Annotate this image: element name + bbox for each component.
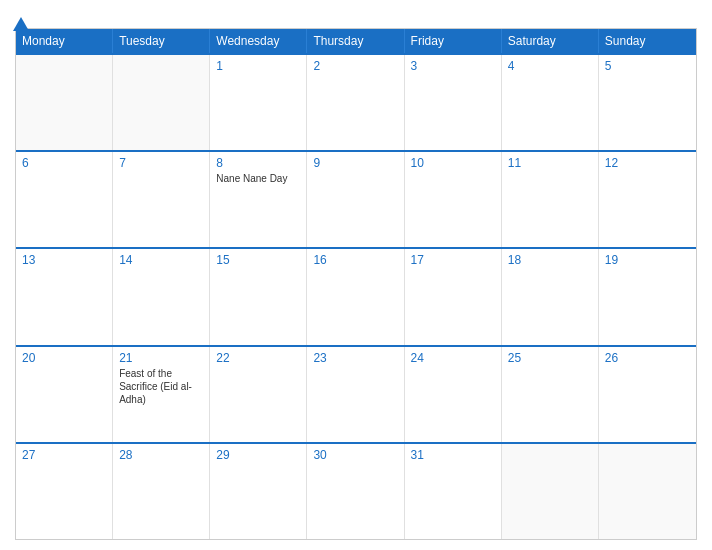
- cal-cell: 30: [307, 444, 404, 539]
- day-number: 2: [313, 59, 397, 73]
- day-number: 19: [605, 253, 690, 267]
- day-number: 22: [216, 351, 300, 365]
- cal-cell: 31: [405, 444, 502, 539]
- calendar-grid: MondayTuesdayWednesdayThursdayFridaySatu…: [15, 28, 697, 540]
- day-number: 29: [216, 448, 300, 462]
- cal-cell: 19: [599, 249, 696, 344]
- day-number: 24: [411, 351, 495, 365]
- cal-cell: 4: [502, 55, 599, 150]
- cal-cell: 20: [16, 347, 113, 442]
- cal-cell: 23: [307, 347, 404, 442]
- week-row-1: 12345: [16, 53, 696, 150]
- logo-triangle-icon: [13, 17, 29, 31]
- day-number: 11: [508, 156, 592, 170]
- day-number: 20: [22, 351, 106, 365]
- cal-cell: 1: [210, 55, 307, 150]
- day-number: 1: [216, 59, 300, 73]
- cal-cell: 11: [502, 152, 599, 247]
- cal-cell: 18: [502, 249, 599, 344]
- day-number: 28: [119, 448, 203, 462]
- cal-cell: 17: [405, 249, 502, 344]
- cal-cell: 29: [210, 444, 307, 539]
- day-event: Feast of the Sacrifice (Eid al-Adha): [119, 367, 203, 406]
- cal-cell: [113, 55, 210, 150]
- cal-cell: 7: [113, 152, 210, 247]
- cal-cell: 10: [405, 152, 502, 247]
- header-day-tuesday: Tuesday: [113, 29, 210, 53]
- cal-cell: 2: [307, 55, 404, 150]
- day-number: 23: [313, 351, 397, 365]
- day-number: 3: [411, 59, 495, 73]
- cal-cell: 5: [599, 55, 696, 150]
- day-number: 7: [119, 156, 203, 170]
- cal-cell: 3: [405, 55, 502, 150]
- header-day-friday: Friday: [405, 29, 502, 53]
- calendar-page: MondayTuesdayWednesdayThursdayFridaySatu…: [0, 0, 712, 550]
- day-number: 9: [313, 156, 397, 170]
- calendar-header: MondayTuesdayWednesdayThursdayFridaySatu…: [16, 29, 696, 53]
- cal-cell: 14: [113, 249, 210, 344]
- cal-cell: 27: [16, 444, 113, 539]
- day-number: 30: [313, 448, 397, 462]
- header: [15, 10, 697, 20]
- day-number: 10: [411, 156, 495, 170]
- day-number: 18: [508, 253, 592, 267]
- day-number: 14: [119, 253, 203, 267]
- header-day-thursday: Thursday: [307, 29, 404, 53]
- day-number: 15: [216, 253, 300, 267]
- cal-cell: [16, 55, 113, 150]
- day-number: 8: [216, 156, 300, 170]
- header-day-sunday: Sunday: [599, 29, 696, 53]
- day-number: 16: [313, 253, 397, 267]
- cal-cell: 25: [502, 347, 599, 442]
- cal-cell: 9: [307, 152, 404, 247]
- header-day-monday: Monday: [16, 29, 113, 53]
- day-number: 17: [411, 253, 495, 267]
- header-day-saturday: Saturday: [502, 29, 599, 53]
- day-number: 12: [605, 156, 690, 170]
- cal-cell: 6: [16, 152, 113, 247]
- cal-cell: 24: [405, 347, 502, 442]
- day-number: 27: [22, 448, 106, 462]
- cal-cell: 15: [210, 249, 307, 344]
- cal-cell: 12: [599, 152, 696, 247]
- cal-cell: 26: [599, 347, 696, 442]
- cal-cell: 8Nane Nane Day: [210, 152, 307, 247]
- cal-cell: 28: [113, 444, 210, 539]
- day-number: 13: [22, 253, 106, 267]
- cal-cell: 21Feast of the Sacrifice (Eid al-Adha): [113, 347, 210, 442]
- day-number: 25: [508, 351, 592, 365]
- cal-cell: [599, 444, 696, 539]
- day-number: 26: [605, 351, 690, 365]
- calendar-body: 12345678Nane Nane Day9101112131415161718…: [16, 53, 696, 539]
- header-day-wednesday: Wednesday: [210, 29, 307, 53]
- day-number: 5: [605, 59, 690, 73]
- week-row-4: 2021Feast of the Sacrifice (Eid al-Adha)…: [16, 345, 696, 442]
- day-event: Nane Nane Day: [216, 172, 300, 185]
- week-row-2: 678Nane Nane Day9101112: [16, 150, 696, 247]
- day-number: 4: [508, 59, 592, 73]
- cal-cell: 22: [210, 347, 307, 442]
- day-number: 21: [119, 351, 203, 365]
- cal-cell: 13: [16, 249, 113, 344]
- cal-cell: [502, 444, 599, 539]
- day-number: 31: [411, 448, 495, 462]
- week-row-3: 13141516171819: [16, 247, 696, 344]
- day-number: 6: [22, 156, 106, 170]
- week-row-5: 2728293031: [16, 442, 696, 539]
- cal-cell: 16: [307, 249, 404, 344]
